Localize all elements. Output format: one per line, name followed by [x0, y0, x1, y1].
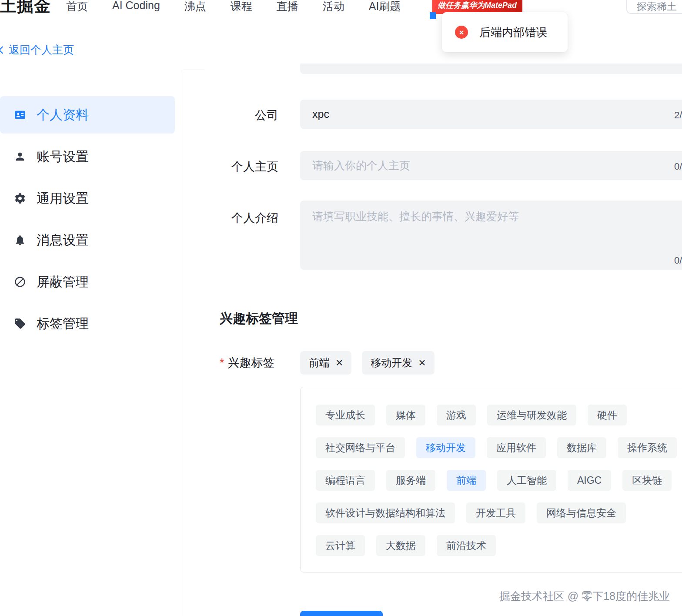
site-logo[interactable]: 土掘金 [0, 0, 51, 17]
tag-pill[interactable]: 应用软件 [487, 437, 546, 458]
search-placeholder-text: 探索稀土 [637, 0, 677, 13]
company-input[interactable] [300, 100, 682, 129]
error-toast-message: 后端内部错误 [479, 25, 547, 40]
back-link[interactable]: 返回个人主页 [0, 43, 74, 57]
remove-tag-icon[interactable]: × [418, 357, 425, 369]
sidebar-item-label: 账号设置 [37, 148, 89, 166]
user-icon [14, 151, 26, 163]
tag-pill[interactable]: 区块链 [622, 470, 672, 491]
tag-row: 编程语言服务端前端人工智能AIGC区块链 [316, 470, 682, 491]
tag-pill[interactable]: 人工智能 [497, 470, 556, 491]
tag-icon [14, 318, 26, 330]
tag-pill[interactable]: 数据库 [557, 437, 606, 458]
bell-icon [14, 234, 26, 246]
sidebar-item-label: 个人资料 [37, 106, 89, 124]
tag-row: 专业成长媒体游戏运维与研发效能硬件 [316, 405, 682, 425]
required-asterisk: * [220, 356, 224, 370]
tag-pill[interactable]: 前端 [447, 470, 486, 491]
sidebar-item-3[interactable]: 消息设置 [0, 221, 175, 259]
save-button[interactable] [300, 611, 383, 616]
partial-input-above[interactable] [300, 64, 682, 74]
tag-pill[interactable]: 编程语言 [316, 470, 375, 491]
homepage-input[interactable] [300, 151, 682, 180]
company-char-count: 2/ [674, 110, 682, 121]
selected-tag-chip[interactable]: 移动开发× [362, 351, 434, 375]
sidebar-item-0[interactable]: 个人资料 [0, 96, 175, 134]
sidebar-menu: 个人资料账号设置通用设置消息设置屏蔽管理标签管理 [0, 70, 183, 342]
sidebar-item-label: 消息设置 [37, 231, 89, 249]
tag-row: 软件设计与数据结构和算法开发工具网络与信息安全 [316, 502, 682, 523]
tag-pill[interactable]: 游戏 [437, 405, 476, 425]
search-box[interactable]: 探索稀土 [626, 0, 682, 14]
tag-pill[interactable]: 软件设计与数据结构和算法 [316, 502, 455, 523]
selected-tag-chip[interactable]: 前端× [300, 351, 351, 375]
selected-tags: 前端×移动开发× [300, 351, 435, 375]
intro-label: 个人介绍 [191, 210, 278, 226]
block-icon [14, 276, 26, 288]
nav-item-5[interactable]: 活动 [323, 0, 344, 13]
promo-banner-corner [430, 12, 436, 19]
tag-pill[interactable]: 专业成长 [316, 405, 375, 425]
tag-pill[interactable]: 操作系统 [618, 437, 677, 458]
tag-pill[interactable]: 社交网络与平台 [316, 437, 405, 458]
error-circle-icon: × [455, 26, 468, 39]
id-card-icon [14, 109, 26, 121]
tag-pill[interactable]: 服务端 [386, 470, 435, 491]
interest-section-title: 兴趣标签管理 [220, 310, 298, 328]
nav-item-3[interactable]: 课程 [231, 0, 252, 13]
nav-item-1[interactable]: AI Coding [112, 0, 160, 13]
error-toast: × 后端内部错误 [442, 12, 568, 52]
sidebar-item-label: 屏蔽管理 [37, 273, 89, 291]
tag-picker-panel: 专业成长媒体游戏运维与研发效能硬件社交网络与平台移动开发应用软件数据库操作系统编… [300, 387, 682, 572]
interest-field-label: 兴趣标签 [228, 355, 275, 371]
watermark-text: 掘金技术社区 @ 零下18度的佳兆业 [452, 589, 670, 603]
promo-banner-text: 做任务赢华为MatePad [438, 0, 517, 10]
chevron-left-icon [0, 45, 6, 55]
tag-row: 社交网络与平台移动开发应用软件数据库操作系统 [316, 437, 682, 458]
tag-pill[interactable]: 大数据 [376, 535, 425, 556]
sidebar-item-5[interactable]: 标签管理 [0, 305, 175, 342]
nav-item-2[interactable]: 沸点 [184, 0, 206, 13]
tag-rows: 专业成长媒体游戏运维与研发效能硬件社交网络与平台移动开发应用软件数据库操作系统编… [316, 405, 682, 556]
tag-pill[interactable]: 网络与信息安全 [537, 502, 626, 523]
tag-pill[interactable]: 硬件 [588, 405, 627, 425]
company-label: 公司 [191, 107, 278, 123]
selected-tag-label: 前端 [309, 356, 330, 370]
homepage-label: 个人主页 [191, 159, 278, 174]
nav-item-0[interactable]: 首页 [66, 0, 88, 13]
tag-pill[interactable]: AIGC [568, 470, 611, 491]
intro-char-count: 0/ [674, 255, 682, 266]
settings-page: 土掘金 首页AI Coding沸点课程直播活动AI刷题 做任务赢华为MatePa… [0, 0, 682, 616]
nav-item-6[interactable]: AI刷题 [369, 0, 401, 13]
sidebar: 个人资料账号设置通用设置消息设置屏蔽管理标签管理 [0, 70, 183, 616]
tag-pill[interactable]: 移动开发 [416, 437, 475, 458]
nav-items: 首页AI Coding沸点课程直播活动AI刷题 [66, 0, 401, 13]
sidebar-item-label: 通用设置 [37, 190, 89, 208]
tag-row: 云计算大数据前沿技术 [316, 535, 682, 556]
homepage-char-count: 0/ [674, 161, 682, 172]
nav-item-4[interactable]: 直播 [277, 0, 298, 13]
tag-pill[interactable]: 运维与研发效能 [487, 405, 576, 425]
tag-pill[interactable]: 前沿技术 [437, 535, 496, 556]
remove-tag-icon[interactable]: × [336, 357, 343, 369]
sidebar-item-label: 标签管理 [37, 315, 89, 333]
interest-field-label-row: * 兴趣标签 [220, 355, 275, 371]
tag-pill[interactable]: 开发工具 [466, 502, 525, 523]
tag-pill[interactable]: 云计算 [316, 535, 365, 556]
back-link-label: 返回个人主页 [9, 43, 74, 57]
selected-tag-label: 移动开发 [371, 356, 412, 370]
gear-icon [14, 192, 26, 204]
sidebar-item-2[interactable]: 通用设置 [0, 180, 175, 217]
sidebar-item-4[interactable]: 屏蔽管理 [0, 263, 175, 301]
tag-pill[interactable]: 媒体 [386, 405, 425, 425]
sidebar-item-1[interactable]: 账号设置 [0, 138, 175, 175]
intro-textarea[interactable] [300, 201, 682, 270]
